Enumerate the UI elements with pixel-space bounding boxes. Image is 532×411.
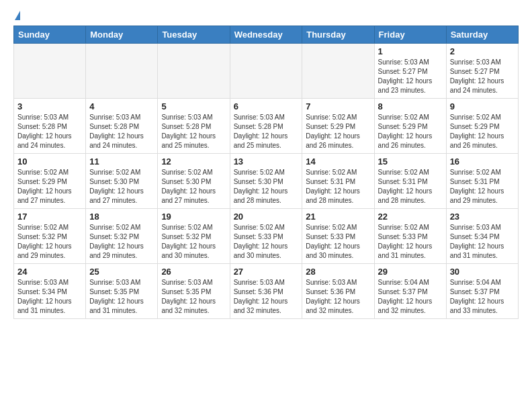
calendar-table: SundayMondayTuesdayWednesdayThursdayFrid… [13,26,519,319]
calendar-header-friday: Friday [374,26,446,44]
day-info: Sunrise: 5:02 AMSunset: 5:29 PMDaylight:… [17,168,82,205]
day-info: Sunrise: 5:02 AMSunset: 5:30 PMDaylight:… [89,168,154,205]
day-number: 30 [450,267,515,277]
calendar-cell-2: 2Sunrise: 5:03 AMSunset: 5:27 PMDaylight… [446,44,518,99]
day-info: Sunrise: 5:02 AMSunset: 5:30 PMDaylight:… [234,168,299,205]
day-info: Sunrise: 5:02 AMSunset: 5:33 PMDaylight:… [306,223,370,261]
calendar-header-tuesday: Tuesday [158,26,230,44]
calendar-header-wednesday: Wednesday [230,26,302,44]
calendar-header-saturday: Saturday [446,26,518,44]
calendar-cell-7: 7Sunrise: 5:02 AMSunset: 5:29 PMDaylight… [302,99,374,154]
day-number: 24 [17,267,82,277]
day-info: Sunrise: 5:03 AMSunset: 5:28 PMDaylight:… [161,113,226,150]
calendar-page: SundayMondayTuesdayWednesdayThursdayFrid… [0,0,532,332]
day-number: 10 [17,156,82,167]
calendar-cell-25: 25Sunrise: 5:03 AMSunset: 5:35 PMDayligh… [86,264,158,319]
day-info: Sunrise: 5:04 AMSunset: 5:37 PMDaylight:… [450,278,515,316]
calendar-cell-9: 9Sunrise: 5:02 AMSunset: 5:29 PMDaylight… [446,99,518,154]
calendar-cell-empty-0-0 [14,44,86,99]
calendar-week-3: 10Sunrise: 5:02 AMSunset: 5:29 PMDayligh… [14,154,519,209]
day-number: 6 [234,101,299,111]
day-info: Sunrise: 5:03 AMSunset: 5:28 PMDaylight:… [89,113,154,150]
calendar-week-1: 1Sunrise: 5:03 AMSunset: 5:27 PMDaylight… [14,44,519,99]
day-number: 7 [306,101,370,111]
day-number: 29 [378,267,443,277]
logo [13,11,20,20]
day-number: 14 [306,156,370,167]
calendar-cell-6: 6Sunrise: 5:03 AMSunset: 5:28 PMDaylight… [230,99,302,154]
calendar-cell-26: 26Sunrise: 5:03 AMSunset: 5:35 PMDayligh… [158,264,230,319]
calendar-cell-empty-0-3 [230,44,302,99]
calendar-cell-4: 4Sunrise: 5:03 AMSunset: 5:28 PMDaylight… [86,99,158,154]
day-number: 11 [89,156,154,167]
day-number: 17 [17,212,82,222]
day-info: Sunrise: 5:03 AMSunset: 5:28 PMDaylight:… [17,113,82,150]
calendar-week-4: 17Sunrise: 5:02 AMSunset: 5:32 PMDayligh… [14,209,519,264]
day-info: Sunrise: 5:03 AMSunset: 5:27 PMDaylight:… [450,58,515,95]
day-info: Sunrise: 5:03 AMSunset: 5:28 PMDaylight:… [234,113,299,150]
calendar-cell-21: 21Sunrise: 5:02 AMSunset: 5:33 PMDayligh… [302,209,374,264]
calendar-cell-17: 17Sunrise: 5:02 AMSunset: 5:32 PMDayligh… [14,209,86,264]
calendar-cell-28: 28Sunrise: 5:03 AMSunset: 5:36 PMDayligh… [302,264,374,319]
day-info: Sunrise: 5:03 AMSunset: 5:34 PMDaylight:… [450,223,515,261]
calendar-cell-3: 3Sunrise: 5:03 AMSunset: 5:28 PMDaylight… [14,99,86,154]
day-number: 26 [161,267,226,277]
calendar-cell-22: 22Sunrise: 5:02 AMSunset: 5:33 PMDayligh… [374,209,446,264]
day-info: Sunrise: 5:03 AMSunset: 5:35 PMDaylight:… [161,278,226,316]
day-info: Sunrise: 5:02 AMSunset: 5:33 PMDaylight:… [234,223,299,261]
day-info: Sunrise: 5:03 AMSunset: 5:36 PMDaylight:… [306,278,370,316]
calendar-cell-8: 8Sunrise: 5:02 AMSunset: 5:29 PMDaylight… [374,99,446,154]
day-number: 5 [161,101,226,111]
day-number: 4 [89,101,154,111]
day-number: 23 [450,212,515,222]
calendar-header-row: SundayMondayTuesdayWednesdayThursdayFrid… [14,26,519,44]
day-info: Sunrise: 5:02 AMSunset: 5:30 PMDaylight:… [161,168,226,205]
header [13,11,519,20]
calendar-cell-13: 13Sunrise: 5:02 AMSunset: 5:30 PMDayligh… [230,154,302,209]
day-number: 3 [17,101,82,111]
day-number: 18 [89,212,154,222]
day-number: 2 [450,46,515,56]
day-number: 15 [378,156,443,167]
calendar-header-thursday: Thursday [302,26,374,44]
day-info: Sunrise: 5:02 AMSunset: 5:33 PMDaylight:… [378,223,443,261]
day-info: Sunrise: 5:02 AMSunset: 5:29 PMDaylight:… [450,113,515,150]
calendar-header-monday: Monday [86,26,158,44]
logo-triangle-icon [15,11,20,20]
calendar-cell-12: 12Sunrise: 5:02 AMSunset: 5:30 PMDayligh… [158,154,230,209]
calendar-cell-16: 16Sunrise: 5:02 AMSunset: 5:31 PMDayligh… [446,154,518,209]
day-number: 22 [378,212,443,222]
calendar-cell-29: 29Sunrise: 5:04 AMSunset: 5:37 PMDayligh… [374,264,446,319]
calendar-cell-10: 10Sunrise: 5:02 AMSunset: 5:29 PMDayligh… [14,154,86,209]
day-number: 9 [450,101,515,111]
calendar-cell-15: 15Sunrise: 5:02 AMSunset: 5:31 PMDayligh… [374,154,446,209]
calendar-cell-5: 5Sunrise: 5:03 AMSunset: 5:28 PMDaylight… [158,99,230,154]
calendar-cell-1: 1Sunrise: 5:03 AMSunset: 5:27 PMDaylight… [374,44,446,99]
calendar-week-5: 24Sunrise: 5:03 AMSunset: 5:34 PMDayligh… [14,264,519,319]
day-number: 25 [89,267,154,277]
calendar-cell-18: 18Sunrise: 5:02 AMSunset: 5:32 PMDayligh… [86,209,158,264]
calendar-cell-20: 20Sunrise: 5:02 AMSunset: 5:33 PMDayligh… [230,209,302,264]
day-info: Sunrise: 5:03 AMSunset: 5:34 PMDaylight:… [17,278,82,316]
day-number: 16 [450,156,515,167]
day-number: 28 [306,267,370,277]
day-number: 12 [161,156,226,167]
calendar-header-sunday: Sunday [14,26,86,44]
day-number: 8 [378,101,443,111]
day-number: 21 [306,212,370,222]
day-number: 13 [234,156,299,167]
day-info: Sunrise: 5:02 AMSunset: 5:31 PMDaylight:… [450,168,515,205]
day-number: 19 [161,212,226,222]
day-info: Sunrise: 5:03 AMSunset: 5:35 PMDaylight:… [89,278,154,316]
calendar-cell-23: 23Sunrise: 5:03 AMSunset: 5:34 PMDayligh… [446,209,518,264]
calendar-cell-empty-0-1 [86,44,158,99]
day-number: 27 [234,267,299,277]
day-number: 1 [378,46,443,56]
day-info: Sunrise: 5:02 AMSunset: 5:32 PMDaylight:… [89,223,154,261]
calendar-cell-27: 27Sunrise: 5:03 AMSunset: 5:36 PMDayligh… [230,264,302,319]
day-info: Sunrise: 5:02 AMSunset: 5:31 PMDaylight:… [306,168,370,205]
calendar-week-2: 3Sunrise: 5:03 AMSunset: 5:28 PMDaylight… [14,99,519,154]
day-info: Sunrise: 5:03 AMSunset: 5:27 PMDaylight:… [378,58,443,95]
day-info: Sunrise: 5:02 AMSunset: 5:32 PMDaylight:… [161,223,226,261]
day-info: Sunrise: 5:03 AMSunset: 5:36 PMDaylight:… [234,278,299,316]
